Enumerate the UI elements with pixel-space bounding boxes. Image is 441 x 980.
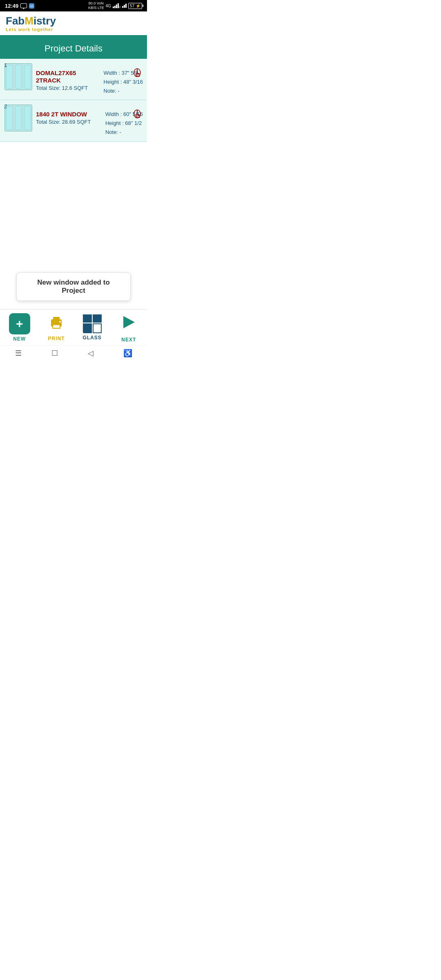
- card-name-2: 1840 2T WINDOW: [36, 111, 102, 118]
- app-icon: ∞: [29, 3, 34, 9]
- svg-rect-14: [24, 106, 31, 130]
- battery: 57 ⚡: [128, 3, 142, 9]
- status-time: 12:49: [5, 3, 18, 9]
- print-label: PRINT: [48, 336, 65, 341]
- new-label: NEW: [13, 336, 26, 342]
- card-total-size-2: Total Size: 28.69 SQFT: [36, 119, 102, 125]
- window-card-2: 2 1840 2T WINDOW Total Size: 28.69 SQFT …: [0, 100, 147, 141]
- window-card-1: 1 DOMAL27X65 2TRACK Total Size: 12.6 SQF…: [0, 59, 147, 100]
- logo-m: M: [24, 15, 33, 27]
- logo-istry: istry: [33, 15, 56, 27]
- nav-glass[interactable]: GLASS: [83, 314, 102, 341]
- logo-fab: F: [6, 15, 12, 27]
- content-area: [0, 142, 147, 264]
- nav-new[interactable]: + NEW: [9, 313, 30, 342]
- card-number-1: 1: [4, 62, 7, 68]
- status-bar: 12:49 ∞ 80.0 VoN KB/S LTE 4G 57 ⚡: [0, 0, 147, 11]
- card-name-1: DOMAL27X65 2TRACK: [36, 69, 100, 84]
- network-info: 80.0 VoN KB/S LTE: [88, 1, 104, 10]
- nav-next[interactable]: NEXT: [119, 313, 138, 343]
- message-icon: [20, 3, 27, 8]
- signal-bars-2: [122, 4, 127, 8]
- card-total-size-1: Total Size: 12.6 SQFT: [36, 85, 100, 91]
- svg-rect-21: [53, 325, 60, 328]
- print-icon: [48, 314, 65, 334]
- connection-type: 4G: [106, 4, 111, 8]
- next-icon: [119, 313, 138, 335]
- new-icon: +: [9, 313, 30, 334]
- logo-b: b: [18, 15, 24, 27]
- back-button[interactable]: ◁: [88, 349, 94, 358]
- card-number-2: 2: [4, 103, 7, 109]
- toast-message: New window added to Project: [16, 272, 131, 301]
- green-separator: [0, 35, 147, 38]
- window-icon-1: [4, 63, 33, 91]
- edit-button-1[interactable]: [131, 67, 143, 81]
- logo-tagline: Lets work together: [6, 27, 141, 32]
- nav-print[interactable]: PRINT: [48, 314, 65, 341]
- glass-label: GLASS: [83, 335, 102, 341]
- bottom-nav: + NEW PRINT GLASS NEXT: [0, 309, 147, 345]
- menu-button[interactable]: ☰: [15, 349, 22, 358]
- page-title: Project Details: [0, 38, 147, 59]
- home-button[interactable]: ☐: [51, 349, 58, 358]
- signal-bars: [113, 3, 120, 8]
- logo-area: FabMistry Lets work together: [0, 11, 147, 35]
- card-info-2: 1840 2T WINDOW Total Size: 28.69 SQFT: [36, 105, 102, 125]
- svg-rect-12: [6, 106, 13, 130]
- svg-rect-13: [15, 106, 22, 130]
- toast-container: New window added to Project: [0, 264, 147, 309]
- next-label: NEXT: [121, 337, 136, 343]
- svg-rect-3: [6, 65, 13, 89]
- svg-rect-4: [15, 65, 22, 89]
- svg-rect-5: [24, 65, 31, 89]
- glass-icon: [83, 314, 102, 333]
- logo: FabMistry: [6, 16, 141, 26]
- svg-point-22: [59, 321, 61, 323]
- svg-rect-19: [53, 317, 60, 321]
- card-info-1: DOMAL27X65 2TRACK Total Size: 12.6 SQFT: [36, 64, 100, 91]
- edit-button-2[interactable]: [131, 108, 143, 122]
- svg-marker-23: [123, 316, 135, 328]
- window-icon-2: [4, 104, 33, 132]
- accessibility-button[interactable]: ♿: [123, 349, 132, 358]
- android-nav: ☰ ☐ ◁ ♿: [0, 345, 147, 361]
- logo-a: a: [12, 15, 18, 27]
